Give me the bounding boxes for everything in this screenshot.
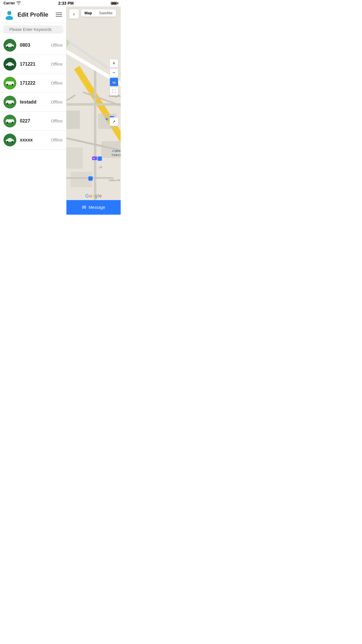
svg-point-20 bbox=[6, 122, 8, 123]
left-panel: Edit Profile 0803 bbox=[0, 6, 66, 215]
vehicle-item[interactable]: 171222 Offline bbox=[0, 74, 66, 93]
zoom-out-button[interactable]: − bbox=[110, 68, 118, 77]
vehicle-item[interactable]: 0803 Offline bbox=[0, 36, 66, 55]
svg-point-17 bbox=[12, 103, 13, 104]
vehicle-status: Offline bbox=[51, 138, 62, 142]
google-l-green: l bbox=[98, 193, 99, 199]
svg-point-9 bbox=[12, 65, 13, 66]
svg-text:✉: ✉ bbox=[93, 157, 95, 160]
map-toggle-map[interactable]: Map bbox=[81, 9, 96, 17]
app-title: Edit Profile bbox=[17, 11, 48, 18]
status-bar-time: 2:33 PM bbox=[58, 1, 74, 6]
message-bar[interactable]: ✉ Message bbox=[66, 200, 121, 215]
user-avatar-icon bbox=[4, 9, 15, 20]
search-icon bbox=[6, 27, 7, 32]
svg-rect-46 bbox=[97, 157, 102, 161]
main-layout: Edit Profile 0803 bbox=[0, 6, 121, 215]
vehicle-id: testadd bbox=[20, 99, 47, 105]
vehicle-id: 171221 bbox=[20, 62, 47, 67]
vehicle-status: Offline bbox=[51, 119, 62, 123]
search-bar bbox=[3, 25, 63, 34]
vehicle-item[interactable]: testadd Offline bbox=[0, 93, 66, 112]
google-g-blue2: g bbox=[95, 193, 98, 199]
map-panel: Guangshe Shangchuan Rd Dabao Rd ATM 平安银行… bbox=[66, 6, 121, 215]
vehicle-icon bbox=[3, 39, 16, 52]
vehicle-icon bbox=[3, 115, 16, 127]
vehicle-status: Offline bbox=[51, 100, 62, 104]
svg-point-13 bbox=[12, 84, 13, 85]
svg-text:Ping An: Ping An bbox=[117, 149, 121, 153]
menu-button[interactable] bbox=[56, 13, 62, 17]
google-watermark: Google bbox=[85, 193, 102, 199]
svg-point-23 bbox=[7, 141, 8, 142]
vehicle-id: 0803 bbox=[20, 43, 47, 48]
svg-point-21 bbox=[12, 122, 13, 123]
svg-point-12 bbox=[6, 84, 8, 85]
svg-point-6 bbox=[12, 46, 13, 48]
svg-rect-11 bbox=[6, 81, 14, 83]
google-o-yellow: o bbox=[92, 193, 95, 199]
svg-point-5 bbox=[7, 46, 8, 48]
zoom-in-button[interactable]: + bbox=[110, 59, 118, 68]
status-bar-right bbox=[111, 2, 117, 5]
vehicle-icon bbox=[3, 96, 16, 108]
google-o-red: o bbox=[89, 193, 92, 199]
search-input[interactable] bbox=[9, 27, 60, 32]
map-satellite-toggle[interactable]: Map Satellite bbox=[81, 9, 116, 17]
vehicle-id: 171222 bbox=[20, 80, 47, 86]
expand-arrow-button[interactable]: ↗ bbox=[110, 117, 118, 126]
fullscreen-button[interactable]: ⛶ bbox=[110, 87, 118, 96]
battery-icon bbox=[111, 2, 117, 5]
vehicle-icon bbox=[3, 134, 16, 146]
vehicle-id: 0227 bbox=[20, 118, 47, 124]
svg-point-0 bbox=[7, 11, 11, 15]
bus-layer-button[interactable]: 🚌 bbox=[110, 78, 118, 86]
header-left: Edit Profile bbox=[4, 9, 48, 20]
svg-line-3 bbox=[6, 30, 7, 30]
svg-point-24 bbox=[12, 141, 13, 142]
svg-point-8 bbox=[7, 65, 8, 66]
message-envelope-icon: ✉ bbox=[82, 204, 86, 211]
app-header: Edit Profile bbox=[0, 6, 66, 23]
svg-text:Dabao Rd: Dabao Rd bbox=[109, 179, 120, 182]
message-label: Message bbox=[89, 205, 105, 210]
vehicle-icon bbox=[3, 77, 16, 90]
status-bar: Carrier 2:33 PM bbox=[0, 0, 121, 6]
svg-rect-19 bbox=[6, 119, 14, 121]
map-controls: + − 🚌 ⛶ bbox=[110, 59, 118, 96]
svg-point-42 bbox=[106, 118, 108, 120]
svg-point-16 bbox=[6, 103, 8, 104]
google-e-red: e bbox=[99, 193, 102, 199]
svg-point-1 bbox=[6, 16, 13, 20]
status-bar-left: Carrier bbox=[3, 1, 21, 6]
vehicle-list: 0803 Offline 171221 Offline 171222 Offli… bbox=[0, 36, 66, 215]
carrier-label: Carrier bbox=[3, 1, 15, 5]
wifi-icon bbox=[16, 1, 21, 6]
vehicle-status: Offline bbox=[51, 43, 62, 48]
vehicle-item[interactable]: 171221 Offline bbox=[0, 55, 66, 74]
vehicle-icon bbox=[3, 58, 16, 71]
vehicle-item[interactable]: xxxxx Offline bbox=[0, 131, 66, 150]
svg-rect-47 bbox=[88, 176, 93, 181]
map-background: Guangshe Shangchuan Rd Dabao Rd ATM 平安银行… bbox=[66, 6, 121, 215]
map-toggle-satellite[interactable]: Satellite bbox=[96, 9, 116, 17]
svg-rect-28 bbox=[66, 147, 83, 169]
svg-rect-26 bbox=[66, 111, 80, 129]
vehicle-item[interactable]: 0227 Offline bbox=[0, 112, 66, 131]
google-g-blue: G bbox=[85, 193, 89, 199]
svg-rect-15 bbox=[6, 100, 14, 102]
back-button[interactable]: ‹ bbox=[69, 9, 79, 19]
svg-text:平安银行A: 平安银行A bbox=[111, 154, 121, 156]
vehicle-status: Offline bbox=[51, 81, 62, 85]
vehicle-id: xxxxx bbox=[20, 137, 47, 143]
vehicle-status: Offline bbox=[51, 62, 62, 66]
